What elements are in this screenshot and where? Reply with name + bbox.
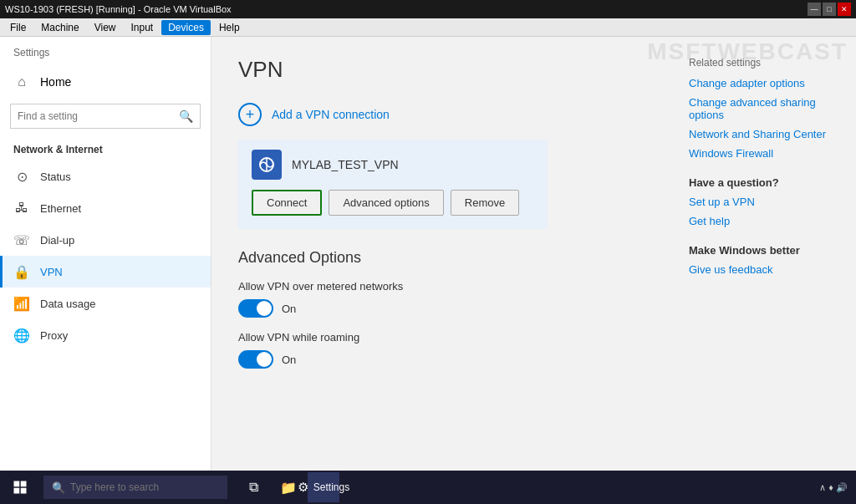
- vpn-icon: 🔒: [13, 263, 30, 280]
- title-bar: WS10-1903 (FRESH) [Running] - Oracle VM …: [0, 0, 856, 18]
- taskbar-search-icon: 🔍: [52, 481, 65, 494]
- title-bar-text: WS10-1903 (FRESH) [Running] - Oracle VM …: [5, 4, 232, 14]
- vpn-name: MYLAB_TEST_VPN: [292, 158, 399, 171]
- taskbar-search-box[interactable]: 🔍: [43, 476, 227, 499]
- sidebar-item-label: Dial-up: [40, 234, 74, 247]
- toggle-roaming-state: On: [282, 354, 296, 366]
- sidebar-search-box[interactable]: 🔍: [10, 104, 201, 129]
- connect-button[interactable]: Connect: [252, 190, 322, 216]
- advanced-options-button[interactable]: Advanced options: [329, 190, 443, 216]
- toggle-roaming-inner: On: [238, 350, 296, 369]
- status-icon: ⊙: [13, 168, 30, 185]
- setup-vpn-link[interactable]: Set up a VPN: [689, 196, 839, 208]
- taskbar-system-tray: ∧ ♦ 🔊: [819, 482, 848, 493]
- better-title: Make Windows better: [689, 244, 839, 257]
- sidebar-header: Settings: [0, 37, 211, 65]
- taskbar-search-input[interactable]: [70, 481, 204, 493]
- menu-bar: File Machine View Input Devices Help: [0, 18, 856, 37]
- taskbar-settings[interactable]: ⚙ Settings: [308, 472, 339, 502]
- taskbar: 🔍 ⧉ 📁 ⚙ Settings ∧ ♦ 🔊: [0, 471, 856, 504]
- sidebar-item-proxy[interactable]: 🌐 Proxy: [0, 319, 211, 351]
- sidebar-item-label: VPN: [40, 266, 63, 278]
- toggle-metered-row: Allow VPN over metered networks On: [238, 280, 645, 318]
- menu-view[interactable]: View: [88, 20, 123, 35]
- proxy-icon: 🌐: [13, 327, 30, 344]
- vpn-logo: [252, 150, 282, 180]
- title-bar-left: WS10-1903 (FRESH) [Running] - Oracle VM …: [5, 4, 232, 14]
- sidebar-item-ethernet[interactable]: 🖧 Ethernet: [0, 192, 211, 224]
- maximize-button[interactable]: □: [823, 3, 836, 16]
- windows-logo-icon: [13, 480, 28, 495]
- sidebar-item-dialup[interactable]: ☏ Dial-up: [0, 224, 211, 256]
- remove-button[interactable]: Remove: [451, 190, 519, 216]
- close-button[interactable]: ✕: [838, 3, 851, 16]
- menu-help[interactable]: Help: [212, 20, 247, 35]
- toggle-roaming-row: Allow VPN while roaming On: [238, 331, 645, 369]
- related-link-network-center[interactable]: Network and Sharing Center: [689, 128, 839, 140]
- toggle-roaming-label: Allow VPN while roaming: [238, 331, 359, 344]
- svg-rect-3: [14, 488, 20, 494]
- related-settings-title: Related settings: [689, 57, 839, 69]
- app-container: Settings ⌂ Home 🔍 Network & Internet ⊙ S…: [0, 37, 856, 504]
- sidebar-item-vpn[interactable]: 🔒 VPN: [0, 256, 211, 288]
- page-title: VPN: [238, 57, 645, 83]
- sidebar-item-label: Ethernet: [40, 202, 81, 215]
- svg-rect-1: [14, 481, 20, 487]
- main-content: VPN + Add a VPN connection MYLAB_TEST_VP…: [211, 37, 672, 504]
- sidebar: Settings ⌂ Home 🔍 Network & Internet ⊙ S…: [0, 37, 211, 504]
- give-feedback-link[interactable]: Give us feedback: [689, 263, 839, 276]
- vpn-card-header: MYLAB_TEST_VPN: [252, 150, 534, 180]
- sidebar-item-datausage[interactable]: 📶 Data usage: [0, 288, 211, 319]
- settings-taskbar-label: Settings: [313, 481, 349, 493]
- svg-rect-2: [21, 481, 27, 487]
- menu-file[interactable]: File: [3, 20, 33, 35]
- sidebar-item-label: Status: [40, 171, 71, 183]
- search-icon: 🔍: [179, 109, 193, 123]
- related-link-firewall[interactable]: Windows Firewall: [689, 147, 839, 160]
- add-vpn-row[interactable]: + Add a VPN connection: [238, 103, 645, 126]
- dialup-icon: ☏: [13, 232, 30, 248]
- get-help-link[interactable]: Get help: [689, 215, 839, 227]
- make-windows-better-section: Make Windows better Give us feedback: [689, 244, 839, 276]
- related-link-sharing[interactable]: Change advanced sharing options: [689, 96, 839, 121]
- sidebar-home-label: Home: [40, 75, 71, 89]
- menu-devices[interactable]: Devices: [161, 20, 211, 35]
- vpn-actions: Connect Advanced options Remove: [252, 190, 534, 216]
- taskbar-icons: ⧉ 📁 ⚙ Settings: [237, 471, 339, 504]
- vpn-card: MYLAB_TEST_VPN Connect Advanced options …: [238, 140, 548, 229]
- datausage-icon: 📶: [13, 295, 30, 312]
- question-title: Have a question?: [689, 176, 839, 189]
- sidebar-item-status[interactable]: ⊙ Status: [0, 160, 211, 192]
- menu-machine[interactable]: Machine: [34, 20, 85, 35]
- settings-gear-icon: ⚙: [298, 480, 308, 495]
- toggle-roaming[interactable]: [238, 350, 273, 369]
- minimize-button[interactable]: —: [808, 3, 821, 16]
- title-bar-controls: — □ ✕: [808, 3, 851, 16]
- toggle-metered[interactable]: [238, 299, 273, 318]
- right-panel: Related settings Change adapter options …: [672, 37, 856, 504]
- sidebar-item-label: Proxy: [40, 329, 68, 342]
- start-button[interactable]: [0, 471, 40, 504]
- taskbar-right: ∧ ♦ 🔊: [819, 482, 856, 493]
- have-a-question-section: Have a question? Set up a VPN Get help: [689, 176, 839, 227]
- svg-rect-4: [21, 488, 27, 494]
- add-vpn-label: Add a VPN connection: [272, 108, 390, 121]
- ethernet-icon: 🖧: [13, 200, 30, 216]
- related-link-adapter[interactable]: Change adapter options: [689, 77, 839, 89]
- search-input[interactable]: [18, 110, 174, 122]
- toggle-metered-state: On: [282, 303, 296, 315]
- add-vpn-icon: +: [238, 103, 262, 126]
- sidebar-item-label: Data usage: [40, 298, 96, 310]
- home-icon: ⌂: [13, 74, 30, 90]
- taskbar-task-view[interactable]: ⧉: [237, 471, 269, 504]
- sidebar-section-title: Network & Internet: [0, 137, 211, 160]
- advanced-section-title: Advanced Options: [238, 249, 645, 267]
- toggle-metered-inner: On: [238, 299, 296, 318]
- toggle-metered-label: Allow VPN over metered networks: [238, 280, 403, 293]
- menu-input[interactable]: Input: [125, 20, 160, 35]
- sidebar-home[interactable]: ⌂ Home: [0, 65, 211, 99]
